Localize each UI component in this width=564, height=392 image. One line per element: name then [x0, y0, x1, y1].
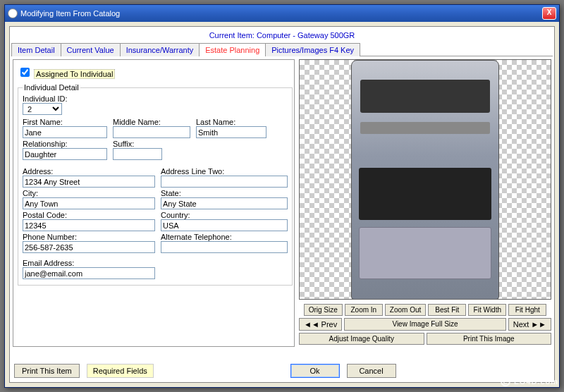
- titlebar[interactable]: Modifying Item From Catalog X: [5, 5, 559, 22]
- prev-icon: ◄◄: [304, 320, 319, 329]
- view-full-size-button[interactable]: View Image Full Size: [344, 318, 506, 331]
- zoom-in-button[interactable]: Zoom In: [345, 304, 383, 316]
- image-panel: Orig Size Zoom In Zoom Out Best Fit Fit …: [299, 59, 551, 347]
- tab-item-detail[interactable]: Item Detail: [11, 43, 61, 56]
- assigned-label: Assigned To Individual: [34, 69, 115, 79]
- best-fit-button[interactable]: Best Fit: [428, 304, 466, 316]
- print-item-button[interactable]: Print This Item: [14, 364, 80, 378]
- relationship-label: Relationship:: [23, 140, 107, 148]
- individual-id-label: Individual ID:: [23, 94, 288, 103]
- city-label: City:: [23, 189, 155, 197]
- address2-label: Address Line Two:: [161, 167, 288, 176]
- prev-button[interactable]: ◄◄ Prev: [299, 318, 342, 331]
- last-name-label: Last Name:: [196, 118, 266, 126]
- tab-current-value[interactable]: Current Value: [61, 43, 121, 56]
- tab-insurance-warranty[interactable]: Insurance/Warranty: [120, 43, 200, 56]
- form-panel: Assigned To Individual Individual Detail…: [13, 59, 295, 347]
- city-input[interactable]: [23, 197, 155, 209]
- tab-pictures-images[interactable]: Pictures/Images F4 Key: [265, 43, 360, 56]
- suffix-input[interactable]: [113, 148, 162, 160]
- first-name-input[interactable]: [23, 126, 107, 138]
- adjust-quality-button[interactable]: Adjust Image Quality: [299, 333, 424, 345]
- country-label: Country:: [161, 211, 288, 219]
- relationship-input[interactable]: [23, 148, 107, 160]
- address2-input[interactable]: [161, 176, 288, 188]
- individual-id-select[interactable]: 2: [23, 103, 62, 115]
- postal-input[interactable]: [23, 219, 155, 231]
- dialog-window: Modifying Item From Catalog X Current It…: [4, 4, 560, 388]
- dialog-body: Current Item: Computer - Gateway 500GR I…: [9, 26, 555, 383]
- print-image-button[interactable]: Print This Image: [427, 333, 552, 345]
- alt-phone-input[interactable]: [161, 241, 288, 253]
- country-input[interactable]: [161, 219, 288, 231]
- assigned-checkbox[interactable]: [20, 68, 30, 77]
- tab-estate-planning[interactable]: Estate Planning: [199, 43, 266, 56]
- image-detail: [359, 227, 491, 279]
- address-input[interactable]: [23, 176, 155, 188]
- email-label: Email Address:: [23, 259, 155, 267]
- fit-width-button[interactable]: Fit Width: [468, 304, 506, 316]
- ok-button[interactable]: Ok: [290, 364, 340, 378]
- email-input[interactable]: [23, 267, 155, 279]
- middle-name-label: Middle Name:: [113, 118, 190, 126]
- tab-strip: Item Detail Current Value Insurance/Warr…: [11, 42, 553, 56]
- postal-label: Postal Code:: [23, 211, 155, 219]
- image-viewport[interactable]: [299, 59, 551, 300]
- last-name-input[interactable]: [196, 126, 266, 138]
- close-icon[interactable]: X: [542, 7, 556, 20]
- suffix-label: Suffix:: [113, 140, 162, 148]
- tab-content: Assigned To Individual Individual Detail…: [10, 56, 554, 350]
- assigned-row: Assigned To Individual: [18, 66, 290, 79]
- middle-name-input[interactable]: [113, 126, 190, 138]
- state-input[interactable]: [161, 197, 288, 209]
- next-button[interactable]: Next ►►: [508, 318, 551, 331]
- required-fields-label: Required Fields: [87, 364, 154, 378]
- orig-size-button[interactable]: Orig Size: [304, 304, 343, 316]
- image-toolbar: Orig Size Zoom In Zoom Out Best Fit Fit …: [299, 304, 551, 347]
- footer-bar: Print This Item Required Fields Ok Cance…: [14, 364, 550, 378]
- address-label: Address:: [23, 167, 155, 176]
- next-icon: ►►: [531, 320, 546, 329]
- cancel-button[interactable]: Cancel: [347, 364, 396, 378]
- fieldset-legend: Individual Detail: [23, 83, 80, 92]
- window-title: Modifying Item From Catalog: [20, 9, 542, 18]
- phone-label: Phone Number:: [23, 233, 155, 241]
- zoom-out-button[interactable]: Zoom Out: [385, 304, 426, 316]
- phone-input[interactable]: [23, 241, 155, 253]
- current-item-label: Current Item: Computer - Gateway 500GR: [10, 27, 554, 42]
- item-image: [351, 60, 499, 300]
- fit-height-button[interactable]: Fit Hght: [508, 304, 546, 316]
- app-icon: [8, 8, 18, 18]
- first-name-label: First Name:: [23, 118, 107, 126]
- alt-phone-label: Alternate Telephone:: [161, 233, 288, 241]
- individual-detail-fieldset: Individual Detail Individual ID: 2 First…: [18, 83, 293, 286]
- state-label: State:: [161, 189, 288, 197]
- image-detail: [359, 168, 491, 220]
